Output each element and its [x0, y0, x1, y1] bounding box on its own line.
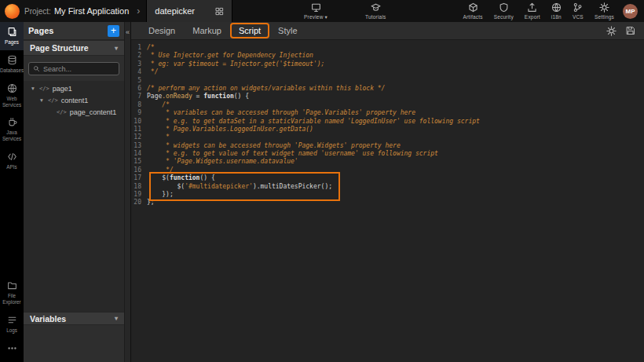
- file-explorer-icon: [7, 280, 17, 291]
- line-number: 15: [131, 158, 147, 166]
- user-avatar[interactable]: MP: [623, 4, 638, 19]
- topbar-item-label: Settings: [595, 14, 614, 20]
- rail-item-databases[interactable]: Databases: [0, 50, 24, 79]
- more-icon: [7, 343, 17, 353]
- topbar-item-export[interactable]: Export: [519, 2, 546, 20]
- line-text: * e.g. to get value of text widget named…: [147, 150, 438, 158]
- page-tab-datepicker[interactable]: datepicker: [146, 0, 232, 22]
- rail-item-apis[interactable]: APIs: [0, 147, 24, 175]
- chevron-right-icon: ›: [137, 5, 140, 16]
- line-text: *: [147, 133, 170, 141]
- add-page-button[interactable]: +: [108, 25, 119, 37]
- wavemaker-logo-icon[interactable]: [5, 4, 20, 19]
- tab-markup[interactable]: Markup: [185, 24, 229, 37]
- search-input[interactable]: [43, 65, 115, 73]
- topbar-item-security[interactable]: Security: [488, 2, 519, 20]
- tab-design[interactable]: Design: [141, 24, 182, 37]
- sidebar-footer: [24, 325, 124, 362]
- topbar-item-i18n[interactable]: i18n: [546, 2, 567, 20]
- line-number: 13: [131, 142, 147, 150]
- topbar-item-artifacts[interactable]: Artifacts: [457, 2, 488, 20]
- topbar-item-label: VCS: [573, 14, 584, 20]
- artifacts-icon: [468, 2, 478, 13]
- tab-script[interactable]: Script: [232, 24, 268, 37]
- topbar-item-labelrow: Settings: [595, 14, 614, 20]
- topbar-item-preview[interactable]: Preview▾: [298, 2, 333, 20]
- save-icon[interactable]: [626, 26, 635, 36]
- grid-icon[interactable]: [215, 7, 224, 16]
- tree-item-page1[interactable]: ▾</>page1: [24, 82, 124, 94]
- code-line: 18 $('#multidatepicker').multiDatesPicke…: [131, 183, 644, 191]
- line-text: $('#multidatepicker').multiDatesPicker()…: [147, 183, 332, 191]
- chevron-down-icon[interactable]: ▾: [38, 97, 45, 104]
- chevron-down-icon: ▾: [115, 315, 118, 322]
- code-line: 19 });: [131, 191, 644, 199]
- search-icon: [33, 65, 40, 72]
- topbar-item-label: Security: [494, 14, 514, 20]
- topbar-item-labelrow: VCS: [573, 14, 584, 20]
- chevron-down-icon: ▾: [325, 14, 327, 20]
- rail-item-label: APIs: [6, 164, 16, 170]
- code-line: 5: [131, 77, 644, 85]
- code-line: 7Page.onReady = function() {: [131, 93, 644, 101]
- chevron-down-icon[interactable]: ▾: [30, 85, 36, 92]
- project-label: Project:: [24, 7, 51, 16]
- page-structure-header[interactable]: Page Structure ▾: [24, 40, 124, 56]
- rail-item-label: Web Services: [1, 96, 23, 108]
- editor-tabs: DesignMarkupScriptStyle: [141, 24, 305, 37]
- tree-item-label: page_content1: [70, 108, 117, 116]
- topbar-item-vcs[interactable]: VCS: [567, 2, 589, 20]
- topbar-item-labelrow: Security: [494, 14, 514, 20]
- rail-item-web-services[interactable]: Web Services: [0, 79, 24, 113]
- rail-bottom: File ExplorerLogs: [0, 276, 24, 362]
- search-box: [28, 62, 119, 75]
- code-line: 13 * widgets can be accessed through 'Pa…: [131, 142, 644, 150]
- line-text: /*: [147, 44, 155, 52]
- left-rail: PagesDatabasesWeb ServicesJava ServicesA…: [0, 22, 24, 362]
- settings-icon: [599, 2, 609, 13]
- rail-item-java-services[interactable]: Java Services: [0, 112, 24, 147]
- rail-item-pages[interactable]: Pages: [0, 22, 24, 50]
- rail-item-more[interactable]: [0, 338, 24, 360]
- i18n-icon: [551, 2, 562, 13]
- line-text: };: [147, 199, 155, 207]
- topbar-item-labelrow: Artifacts: [463, 14, 482, 20]
- rail-item-label: File Explorer: [1, 293, 23, 305]
- rail-item-file-explorer[interactable]: File Explorer: [0, 276, 24, 310]
- tree-item-content1[interactable]: ▾</>content1: [24, 94, 124, 106]
- line-text: Page.onReady = function() {: [147, 93, 249, 101]
- collapse-sidebar-button[interactable]: «: [125, 22, 130, 36]
- line-number: 8: [131, 101, 147, 109]
- editor-area: DesignMarkupScriptStyle 1/*2 * Use Injec…: [131, 22, 644, 362]
- line-number: 7: [131, 93, 147, 101]
- pages-sidebar: Pages + Page Structure ▾ ▾</>page1▾</>co…: [24, 22, 124, 362]
- line-number: 1: [131, 44, 147, 52]
- sidebar-splitter[interactable]: «: [124, 22, 131, 362]
- topbar-item-labelrow: Preview▾: [304, 14, 327, 20]
- code-lines: 1/*2 * Use Injector.get for Dependency I…: [131, 44, 644, 207]
- tab-style[interactable]: Style: [271, 24, 304, 37]
- code-line: 4 */: [131, 68, 644, 76]
- rail-top: PagesDatabasesWeb ServicesJava ServicesA…: [0, 22, 24, 175]
- topbar-item-settings[interactable]: Settings: [589, 2, 620, 20]
- code-line: 9 * variables can be accessed through 'P…: [131, 109, 644, 117]
- line-number: 17: [131, 174, 147, 182]
- script-editor[interactable]: 1/*2 * Use Injector.get for Dependency I…: [131, 40, 644, 362]
- line-text: * variables can be accessed through 'Pag…: [147, 109, 415, 117]
- line-text: $(function() {: [147, 174, 215, 182]
- line-number: 19: [131, 191, 147, 199]
- line-number: 11: [131, 126, 147, 133]
- tree-item-label: content1: [61, 97, 89, 104]
- line-number: 9: [131, 109, 147, 117]
- line-text: * e.g. to get dataSet in a staticVariabl…: [147, 118, 480, 126]
- preview-icon: [311, 2, 321, 13]
- page-structure-label: Page Structure: [30, 43, 89, 53]
- editor-settings-icon[interactable]: [606, 26, 617, 36]
- project-breadcrumb: Project: My First Application: [24, 6, 129, 16]
- topbar-item-tutorials[interactable]: Tutorials: [360, 2, 391, 20]
- tree-item-page_content1[interactable]: </>page_content1: [24, 106, 124, 118]
- page-tab-label: datepicker: [155, 6, 195, 16]
- export-icon: [527, 2, 537, 13]
- variables-header[interactable]: Variables ▾: [24, 312, 124, 325]
- rail-item-logs[interactable]: Logs: [0, 310, 24, 338]
